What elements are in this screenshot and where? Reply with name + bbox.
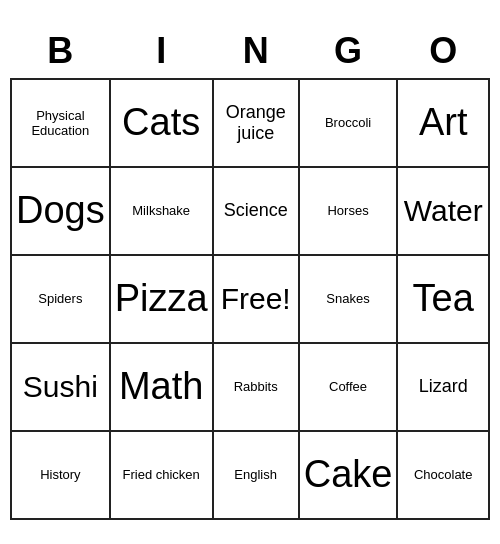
cell-r4-c2: English: [213, 431, 299, 519]
cell-r0-c0: Physical Education: [11, 79, 110, 167]
cell-r3-c3: Coffee: [299, 343, 398, 431]
bingo-card: B I N G O Physical EducationCatsOrange j…: [10, 25, 490, 520]
cell-r1-c4: Water: [397, 167, 489, 255]
cell-r3-c2: Rabbits: [213, 343, 299, 431]
header-g: G: [299, 25, 398, 79]
cell-r4-c0: History: [11, 431, 110, 519]
cell-r1-c3: Horses: [299, 167, 398, 255]
header-n: N: [213, 25, 299, 79]
cell-r3-c4: Lizard: [397, 343, 489, 431]
cell-r2-c3: Snakes: [299, 255, 398, 343]
header-b: B: [11, 25, 110, 79]
cell-r3-c0: Sushi: [11, 343, 110, 431]
cell-r0-c4: Art: [397, 79, 489, 167]
cell-r2-c1: Pizza: [110, 255, 213, 343]
cell-r1-c0: Dogs: [11, 167, 110, 255]
header-o: O: [397, 25, 489, 79]
cell-r0-c3: Broccoli: [299, 79, 398, 167]
cell-r0-c1: Cats: [110, 79, 213, 167]
cell-r2-c0: Spiders: [11, 255, 110, 343]
cell-r3-c1: Math: [110, 343, 213, 431]
cell-r4-c3: Cake: [299, 431, 398, 519]
cell-r4-c1: Fried chicken: [110, 431, 213, 519]
header-i: I: [110, 25, 213, 79]
cell-r2-c2: Free!: [213, 255, 299, 343]
cell-r1-c2: Science: [213, 167, 299, 255]
cell-r4-c4: Chocolate: [397, 431, 489, 519]
cell-r1-c1: Milkshake: [110, 167, 213, 255]
cell-r0-c2: Orange juice: [213, 79, 299, 167]
cell-r2-c4: Tea: [397, 255, 489, 343]
